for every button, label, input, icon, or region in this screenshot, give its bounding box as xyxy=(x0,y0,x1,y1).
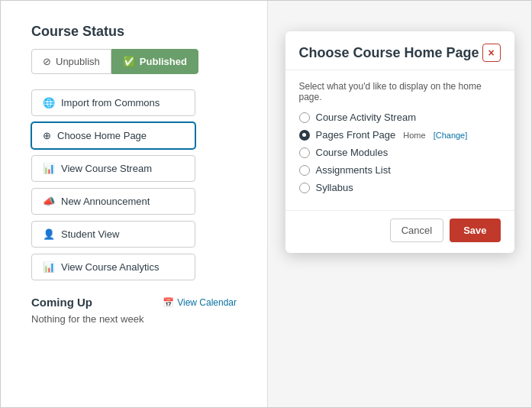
radio-filled-icon xyxy=(299,130,310,141)
view-calendar-label: View Calendar xyxy=(177,297,237,308)
publish-buttons-group: ⊘ Unpublish ✅ Published xyxy=(31,49,237,74)
main-container: Course Status ⊘ Unpublish ✅ Published 🌐 … xyxy=(1,1,531,407)
pages-front-page-change-link[interactable]: [Change] xyxy=(434,131,468,140)
option-course-activity-stream[interactable]: Course Activity Stream xyxy=(299,112,501,123)
modal-footer: Cancel Save xyxy=(285,210,514,253)
radio-empty-icon xyxy=(299,112,310,123)
radio-empty-icon xyxy=(299,147,310,158)
new-announcement-button[interactable]: 📣 New Announcement xyxy=(31,188,195,215)
choose-home-icon: ⊕ xyxy=(43,130,51,141)
announcement-icon: 📣 xyxy=(43,196,55,207)
choose-home-label: Choose Home Page xyxy=(57,130,147,141)
option-course-activity-stream-label: Course Activity Stream xyxy=(316,112,417,123)
announcement-label: New Announcement xyxy=(61,196,150,207)
radio-empty-icon xyxy=(299,165,310,176)
choose-home-page-modal: Choose Course Home Page × Select what yo… xyxy=(285,31,514,253)
option-assignments-list[interactable]: Assignments List xyxy=(299,164,501,176)
pages-front-page-home-text: Home xyxy=(403,131,425,140)
radio-empty-icon xyxy=(299,183,310,193)
choose-home-page-button[interactable]: ⊕ Choose Home Page xyxy=(31,122,195,149)
option-assignments-list-label: Assignments List xyxy=(316,164,391,176)
option-course-modules[interactable]: Course Modules xyxy=(299,147,501,158)
coming-up-title: Coming Up xyxy=(31,296,92,309)
student-view-label: Student View xyxy=(61,228,119,240)
unpublish-label: Unpublish xyxy=(56,56,100,67)
unpublish-icon: ⊘ xyxy=(43,56,51,67)
unpublish-button[interactable]: ⊘ Unpublish xyxy=(31,49,111,74)
nothing-text: Nothing for the next week xyxy=(31,313,237,325)
import-commons-button[interactable]: 🌐 Import from Commons xyxy=(31,89,195,116)
student-view-button[interactable]: 👤 Student View xyxy=(31,221,195,248)
modal-body: Select what you'd like to display on the… xyxy=(285,70,514,210)
check-circle-icon: ✅ xyxy=(123,56,135,67)
view-course-stream-button[interactable]: 📊 View Course Stream xyxy=(31,155,195,182)
close-icon: × xyxy=(488,47,494,58)
coming-up-header: Coming Up 📅 View Calendar xyxy=(31,296,237,309)
analytics-label: View Course Analytics xyxy=(61,261,159,273)
option-syllabus[interactable]: Syllabus xyxy=(299,182,501,193)
calendar-icon: 📅 xyxy=(163,297,174,308)
published-button[interactable]: ✅ Published xyxy=(111,49,198,74)
course-status-title: Course Status xyxy=(31,24,237,40)
student-view-icon: 👤 xyxy=(43,228,55,240)
option-course-modules-label: Course Modules xyxy=(316,147,389,158)
stream-label: View Course Stream xyxy=(61,163,152,174)
view-analytics-button[interactable]: 📊 View Course Analytics xyxy=(31,254,195,280)
import-commons-label: Import from Commons xyxy=(61,97,160,108)
save-button[interactable]: Save xyxy=(450,219,500,242)
right-panel: Choose Course Home Page × Select what yo… xyxy=(268,1,531,407)
coming-up-section: Coming Up 📅 View Calendar Nothing for th… xyxy=(31,296,237,325)
import-commons-icon: 🌐 xyxy=(43,97,55,108)
published-label: Published xyxy=(140,56,187,67)
option-syllabus-label: Syllabus xyxy=(316,182,353,193)
modal-header: Choose Course Home Page × xyxy=(285,31,514,70)
option-pages-front-page-label: Pages Front Page xyxy=(316,129,396,141)
analytics-icon: 📊 xyxy=(43,261,55,273)
cancel-button[interactable]: Cancel xyxy=(390,219,443,242)
modal-description: Select what you'd like to display on the… xyxy=(299,81,501,102)
modal-title: Choose Course Home Page xyxy=(299,45,479,61)
modal-close-button[interactable]: × xyxy=(482,44,501,62)
view-calendar-link[interactable]: 📅 View Calendar xyxy=(163,297,237,308)
option-pages-front-page[interactable]: Pages Front Page Home [Change] xyxy=(299,129,501,141)
stream-icon: 📊 xyxy=(43,163,55,174)
left-panel: Course Status ⊘ Unpublish ✅ Published 🌐 … xyxy=(1,1,268,407)
